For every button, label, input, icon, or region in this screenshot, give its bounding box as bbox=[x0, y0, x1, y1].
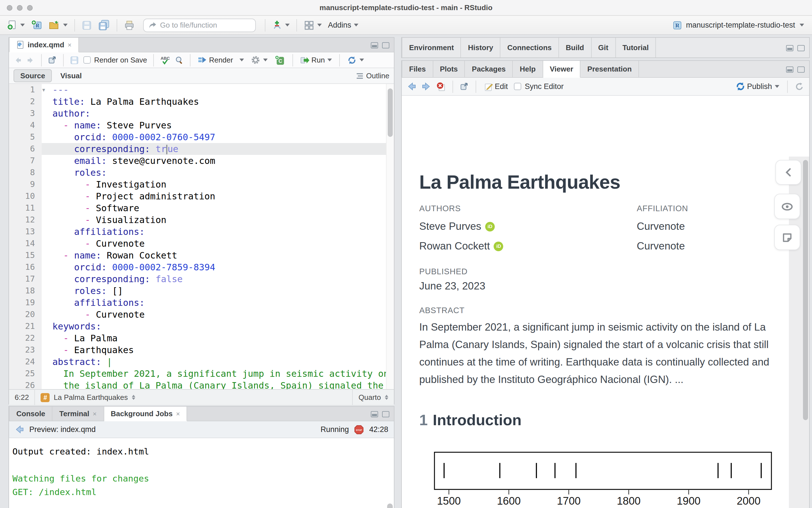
code-line[interactable]: 21keywords: bbox=[9, 321, 394, 332]
file-type-selector[interactable]: Quarto bbox=[353, 390, 394, 405]
code-line[interactable]: 4 - name: Steve Purves bbox=[9, 119, 394, 131]
tab-presentation[interactable]: Presentation bbox=[581, 61, 639, 77]
editor-scrollbar[interactable] bbox=[386, 84, 394, 389]
edit-button[interactable]: Edit bbox=[483, 79, 509, 94]
maximize-pane-icon[interactable] bbox=[382, 411, 390, 417]
sync-editor-checkbox[interactable] bbox=[514, 83, 522, 90]
new-project-button[interactable]: R bbox=[30, 18, 43, 32]
addins-button[interactable]: Addins bbox=[327, 18, 360, 32]
minimize-pane-icon[interactable] bbox=[371, 42, 378, 48]
maximize-pane-icon[interactable] bbox=[797, 66, 805, 72]
stop-job-icon[interactable]: STOP bbox=[354, 424, 364, 434]
search-icon[interactable] bbox=[175, 55, 184, 65]
tab-background-jobs[interactable]: Background Jobs× bbox=[104, 407, 187, 421]
render-button[interactable]: Render bbox=[197, 53, 245, 67]
tab-files[interactable]: Files bbox=[402, 61, 433, 77]
code-line[interactable]: 26 the island of La Palma (Canary Island… bbox=[9, 380, 394, 389]
code-line[interactable]: 20 - Curvenote bbox=[9, 309, 394, 321]
save-all-button[interactable] bbox=[97, 18, 111, 32]
window-controls[interactable] bbox=[7, 0, 33, 16]
code-line[interactable]: 2title: La Palma Earthquakes bbox=[9, 96, 394, 108]
code-line[interactable]: 17 corresponding: false bbox=[9, 273, 394, 285]
goto-file-input[interactable] bbox=[160, 21, 251, 29]
code-line[interactable]: 8 roles: bbox=[9, 167, 394, 178]
fold-arrow-icon[interactable]: ▾ bbox=[42, 84, 45, 96]
console-scrollbar-thumb[interactable] bbox=[387, 504, 393, 508]
workspace-panes-button[interactable] bbox=[302, 18, 323, 32]
section-navigator[interactable]: # La Palma Earthquakes bbox=[35, 390, 141, 405]
orcid-icon[interactable]: iD bbox=[494, 241, 503, 251]
maximize-pane-icon[interactable] bbox=[382, 42, 390, 48]
minimize-pane-icon[interactable] bbox=[371, 411, 378, 417]
back-icon[interactable] bbox=[13, 56, 22, 64]
job-back-icon[interactable] bbox=[15, 425, 24, 434]
minimize-pane-icon[interactable] bbox=[786, 45, 794, 51]
tab-console[interactable]: Console bbox=[9, 407, 53, 421]
tab-environment[interactable]: Environment bbox=[402, 38, 461, 57]
tab-help[interactable]: Help bbox=[513, 61, 543, 77]
minimize-window-button[interactable] bbox=[17, 5, 23, 11]
tab-viewer[interactable]: Viewer bbox=[543, 61, 580, 78]
project-menu-button[interactable]: R manuscript-template-rstudio-test bbox=[673, 20, 806, 30]
outline-button[interactable]: Outline bbox=[366, 72, 390, 80]
code-line[interactable]: 14 - Curvenote bbox=[9, 238, 394, 250]
code-line[interactable]: 5 orcid: 0000-0002-0760-5497 bbox=[9, 131, 394, 143]
code-line[interactable]: 23 - Earthquakes bbox=[9, 344, 394, 356]
viewer-back-icon[interactable] bbox=[407, 82, 416, 91]
viewer-scrollbar[interactable] bbox=[802, 157, 809, 508]
code-line[interactable]: 7 email: steve@curvenote.com bbox=[9, 155, 394, 167]
code-line[interactable]: 16 orcid: 0000-0002-7859-8394 bbox=[9, 261, 394, 273]
code-line[interactable]: 3author: bbox=[9, 108, 394, 119]
code-line[interactable]: 11 - Software bbox=[9, 202, 394, 214]
clear-viewer-icon[interactable] bbox=[436, 82, 446, 91]
close-window-button[interactable] bbox=[7, 5, 12, 11]
code-line[interactable]: 19 affiliations: bbox=[9, 297, 394, 309]
tab-terminal[interactable]: Terminal× bbox=[53, 407, 104, 421]
viewer-forward-icon[interactable] bbox=[421, 82, 431, 91]
save-icon[interactable] bbox=[70, 55, 79, 65]
popout-icon[interactable] bbox=[48, 56, 57, 64]
rerun-button[interactable] bbox=[346, 53, 365, 67]
forward-icon[interactable] bbox=[27, 56, 35, 64]
refresh-icon[interactable] bbox=[795, 82, 804, 91]
code-line[interactable]: 12 - Visualization bbox=[9, 214, 394, 226]
spellcheck-icon[interactable]: ABC bbox=[160, 55, 170, 65]
close-tab-icon[interactable]: × bbox=[176, 410, 180, 418]
print-button[interactable] bbox=[123, 18, 136, 32]
publish-button[interactable]: Publish bbox=[734, 79, 780, 94]
tab-build[interactable]: Build bbox=[559, 38, 592, 57]
cursor-position[interactable]: 6:22 bbox=[9, 390, 35, 405]
code-line[interactable]: 18 roles: [] bbox=[9, 285, 394, 297]
tab-connections[interactable]: Connections bbox=[501, 38, 559, 57]
viewer-scrollbar-thumb[interactable] bbox=[803, 160, 808, 420]
code-line[interactable]: 22 - La Palma bbox=[9, 332, 394, 344]
tab-plots[interactable]: Plots bbox=[433, 61, 465, 77]
render-settings-button[interactable] bbox=[249, 53, 269, 67]
render-on-save-toggle[interactable]: Render on Save bbox=[83, 56, 147, 64]
code-line[interactable]: 24abstract: | bbox=[9, 356, 394, 368]
code-editor[interactable]: 1▾---2title: La Palma Earthquakes3author… bbox=[9, 84, 394, 389]
tab-git[interactable]: Git bbox=[592, 38, 616, 57]
code-line[interactable]: 1▾--- bbox=[9, 84, 394, 96]
version-control-button[interactable] bbox=[271, 18, 291, 32]
tab-packages[interactable]: Packages bbox=[465, 61, 513, 77]
source-mode-button[interactable]: Source bbox=[13, 69, 52, 82]
orcid-icon[interactable]: iD bbox=[485, 222, 495, 231]
tab-index-qmd[interactable]: index.qmd × bbox=[9, 38, 79, 52]
close-tab-icon[interactable]: × bbox=[68, 41, 72, 49]
console-output[interactable]: Output created: index.html Watching file… bbox=[9, 438, 394, 506]
editor-scrollbar-thumb[interactable] bbox=[388, 88, 393, 137]
tab-tutorial[interactable]: Tutorial bbox=[616, 38, 656, 57]
close-tab-icon[interactable]: × bbox=[93, 410, 97, 418]
zoom-window-button[interactable] bbox=[27, 5, 33, 11]
insert-chunk-button[interactable]: C bbox=[273, 53, 286, 67]
open-file-button[interactable] bbox=[47, 18, 69, 32]
save-button[interactable] bbox=[81, 18, 93, 32]
maximize-pane-icon[interactable] bbox=[797, 45, 805, 51]
minimize-pane-icon[interactable] bbox=[786, 66, 794, 72]
console-scrollbar[interactable] bbox=[386, 439, 394, 508]
run-button[interactable]: Run bbox=[299, 53, 333, 67]
goto-file-search[interactable] bbox=[143, 18, 256, 32]
code-line[interactable]: 15 - name: Rowan Cockett bbox=[9, 250, 394, 261]
code-line[interactable]: 6 corresponding: true bbox=[9, 143, 394, 155]
